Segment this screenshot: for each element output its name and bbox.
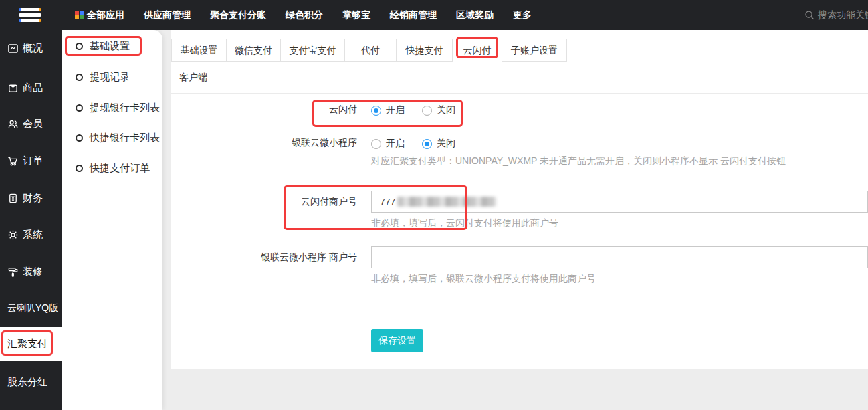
topnav-dealer[interactable]: 经销商管理: [390, 9, 437, 21]
topnav-label: 全部应用: [87, 9, 124, 21]
radio-unselected-icon[interactable]: [422, 106, 432, 116]
topnav-supplier[interactable]: 供应商管理: [144, 9, 191, 21]
form-row-unionpay-miniapp-switch: 银联云微小程序 开启 关闭 对应汇聚支付类型：UNIONPAY_WXMP 未开通…: [171, 137, 868, 167]
top-bar: 全部应用 供应商管理 聚合支付分账 绿色积分 掌够宝 经销商管理 区域奖励 更多…: [0, 0, 868, 30]
orders-icon: [7, 155, 19, 167]
topnav-green-points[interactable]: 绿色积分: [286, 9, 323, 21]
submenu-item-quick-orders[interactable]: 快捷支付订单: [62, 158, 162, 178]
field-label: 云闪付: [171, 104, 365, 117]
field-label: 银联云微小程序: [171, 137, 365, 167]
radio-option-on[interactable]: 开启: [371, 138, 405, 150]
sidebar-item-goods[interactable]: 商品: [0, 71, 62, 104]
paint-roller-icon: [7, 266, 19, 278]
hamburger-menu-icon[interactable]: [19, 8, 41, 22]
form-row-yunshanfu-merchant-id: 云闪付商户号 777 非必填，填写后，云闪付支付将使用此商户号: [171, 191, 868, 229]
sidebar-item-overview[interactable]: 概况: [0, 31, 62, 65]
input-value: 777: [380, 197, 395, 207]
radio-option-on[interactable]: 开启: [371, 104, 405, 116]
members-icon: [7, 118, 19, 130]
overview-icon: [7, 43, 19, 54]
topnav-more[interactable]: 更多: [513, 9, 532, 21]
topnav-all-apps[interactable]: 全部应用: [75, 9, 124, 21]
sidebar-item-members[interactable]: 会员: [0, 107, 62, 140]
radio-selected-icon[interactable]: [422, 139, 432, 149]
field-help-text: 对应汇聚支付类型：UNIONPAY_WXMP 未开通产品无需开启，关闭则小程序不…: [371, 155, 868, 167]
save-settings-button[interactable]: 保存设置: [371, 329, 423, 352]
sidebar-item-shareholder[interactable]: 股东分红: [0, 365, 62, 399]
tab-basic-settings[interactable]: 基础设置: [171, 39, 227, 62]
sidebar-item-finance[interactable]: 财务: [0, 181, 62, 215]
tab-wechat-pay[interactable]: 微信支付: [227, 39, 281, 62]
sidebar-item-decorate[interactable]: 装修: [0, 255, 62, 288]
field-label: 银联云微小程序 商户号: [171, 246, 365, 285]
left-sidebar: 概况 商品 会员 订单 财务 系统 装修: [0, 30, 62, 410]
field-help-text: 非必填，填写后，银联云微小程序支付将使用此商户号: [371, 273, 868, 285]
subtab-client[interactable]: 客户端: [179, 72, 207, 84]
radio-option-off[interactable]: 关闭: [422, 104, 455, 116]
circle-bullet-icon: [76, 43, 83, 50]
main-area: 基础设置 微信支付 支付宝支付 代付 快捷支付 云闪付 子账户设置 客户端 云闪…: [162, 30, 868, 410]
system-gear-icon: [7, 229, 19, 241]
secondary-sidebar: 基础设置 提现记录 提现银行卡列表 快捷银行卡列表 快捷支付订单: [62, 30, 162, 410]
topnav-pay-split[interactable]: 聚合支付分账: [210, 9, 266, 21]
apps-grid-icon: [75, 11, 84, 19]
circle-bullet-icon: [76, 134, 83, 142]
tab-quick-pay[interactable]: 快捷支付: [397, 39, 453, 62]
tab-unionpay-yunshanfu[interactable]: 云闪付: [453, 39, 502, 62]
tab-daifu[interactable]: 代付: [345, 39, 397, 62]
field-help-text: 非必填，填写后，云闪付支付将使用此商户号: [371, 217, 868, 229]
tab-subaccount-settings[interactable]: 子账户设置: [502, 39, 567, 62]
submenu-item-withdraw-records[interactable]: 提现记录: [62, 67, 162, 87]
radio-option-off[interactable]: 关闭: [422, 138, 455, 150]
submenu-item-quick-cards[interactable]: 快捷银行卡列表: [62, 128, 162, 148]
sidebar-item-orders[interactable]: 订单: [0, 144, 62, 177]
top-nav: 全部应用 供应商管理 聚合支付分账 绿色积分 掌够宝 经销商管理 区域奖励 更多: [75, 0, 532, 30]
miniapp-merchant-id-input[interactable]: [371, 246, 868, 268]
field-label: 云闪付商户号: [171, 191, 365, 229]
topnav-region-reward[interactable]: 区域奖励: [456, 9, 494, 21]
sidebar-item-yunlaba[interactable]: 云喇叭YQ版: [0, 292, 62, 325]
search-input[interactable]: 搜索功能关键词: [796, 0, 868, 30]
submenu-item-basic-settings[interactable]: 基础设置: [62, 36, 162, 56]
redacted-value-blur: [397, 197, 496, 207]
form-row-miniapp-merchant-id: 银联云微小程序 商户号 非必填，填写后，银联云微小程序支付将使用此商户号: [171, 246, 868, 285]
circle-bullet-icon: [76, 74, 83, 81]
topnav-zhanggoubao[interactable]: 掌够宝: [342, 9, 370, 21]
finance-icon: [7, 193, 19, 204]
radio-unselected-icon[interactable]: [371, 139, 381, 149]
merchant-id-input[interactable]: 777: [371, 191, 868, 213]
sidebar-item-system[interactable]: 系统: [0, 218, 62, 251]
search-placeholder: 搜索功能关键词: [818, 9, 868, 21]
tab-alipay[interactable]: 支付宝支付: [281, 39, 345, 62]
circle-bullet-icon: [76, 104, 83, 112]
payment-tabs: 基础设置 微信支付 支付宝支付 代付 快捷支付 云闪付 子账户设置: [171, 39, 567, 62]
search-icon: [804, 10, 815, 20]
subtab-row: 客户端: [171, 62, 868, 94]
circle-bullet-icon: [76, 165, 83, 172]
radio-selected-icon[interactable]: [371, 106, 381, 116]
settings-card: 基础设置 微信支付 支付宝支付 代付 快捷支付 云闪付 子账户设置 客户端 云闪…: [171, 30, 868, 369]
sidebar-item-huiju-pay[interactable]: 汇聚支付: [0, 327, 62, 361]
form-row-yunshanfu-switch: 云闪付 开启 关闭: [171, 104, 868, 117]
goods-icon: [7, 82, 19, 94]
submenu-item-withdraw-cards[interactable]: 提现银行卡列表: [62, 98, 162, 118]
